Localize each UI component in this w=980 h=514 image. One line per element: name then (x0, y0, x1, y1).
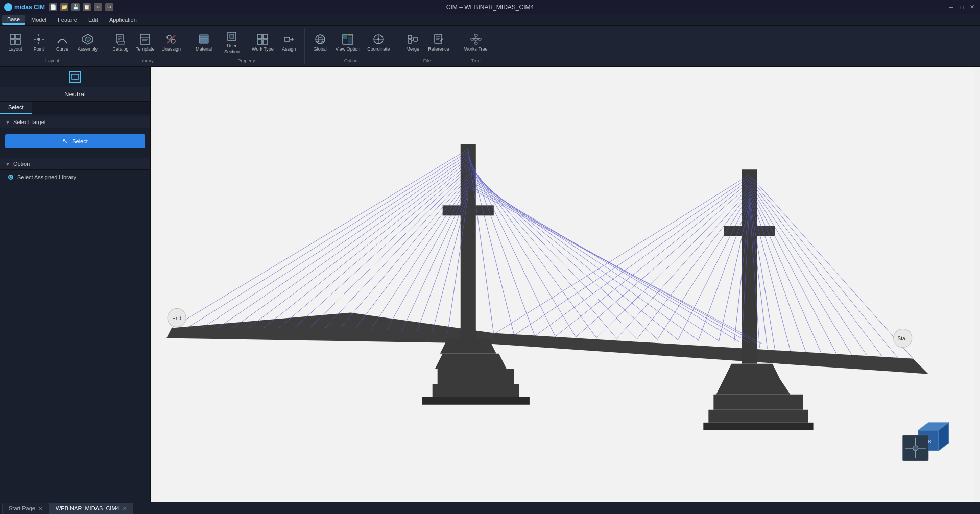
ribbon-group-property-items: Material User Section (193, 28, 300, 57)
tab-webinar-close[interactable]: ✕ (123, 506, 127, 511)
title-bar-left: midas CIM 📄 📁 💾 📋 ↩ ↪ (4, 3, 113, 11)
undo-icon[interactable]: ↩ (94, 3, 102, 11)
tab-start-page[interactable]: Start Page ✕ (2, 503, 49, 514)
svg-rect-31 (257, 40, 262, 44)
open-file-icon[interactable]: 📁 (60, 3, 68, 11)
ribbon-btn-material[interactable]: Material (193, 28, 215, 57)
close-button[interactable]: ✕ (968, 3, 976, 11)
ribbon-btn-template[interactable]: Template (133, 28, 158, 57)
panel-tab-bar: Select (0, 102, 150, 114)
menu-edit[interactable]: Edit (83, 16, 103, 24)
viewport[interactable]: End Sta.. FR (151, 67, 980, 502)
svg-rect-40 (348, 37, 353, 44)
cursor-icon: ↖ (62, 137, 68, 145)
svg-rect-45 (408, 35, 412, 39)
section-label-select-target: Select Target (13, 119, 46, 125)
svg-rect-71 (438, 369, 514, 384)
svg-point-21 (171, 39, 175, 43)
ribbon-btn-reference[interactable]: Reference (425, 28, 452, 57)
section-label-option: Option (13, 161, 30, 167)
tab-webinar[interactable]: WEBINAR_MIDAS_CIM4 ✕ (49, 503, 133, 514)
save-file-icon[interactable]: 💾 (71, 3, 80, 11)
svg-rect-80 (703, 423, 813, 430)
workstree-label: Works Tree (464, 46, 488, 52)
ribbon-btn-global[interactable]: Global (309, 28, 331, 57)
ribbon-btn-curve[interactable]: Curve (51, 28, 74, 57)
ribbon-group-option-items: Global View Option (309, 28, 393, 57)
tab-start-page-close[interactable]: ✕ (38, 506, 42, 511)
ribbon-btn-assign[interactable]: Assign (278, 28, 300, 57)
ribbon-btn-usersection[interactable]: User Section (216, 28, 248, 57)
svg-rect-79 (708, 410, 808, 423)
chevron-down-icon-2: ▼ (5, 161, 10, 167)
global-label: Global (314, 46, 327, 52)
select-button-label: Select (72, 138, 88, 144)
app-name: midas CIM (14, 4, 45, 11)
svg-rect-56 (474, 42, 477, 44)
ribbon-btn-layout[interactable]: Layout (4, 28, 27, 57)
svg-rect-68 (443, 205, 494, 215)
menu-base[interactable]: Base (2, 15, 25, 25)
unassign-label: Unassign (162, 46, 181, 52)
panel-section-select-target: ▼ Select Target ↖ Select (0, 114, 150, 156)
ribbon-group-layout: Layout Point (0, 28, 105, 64)
ribbon-btn-unassign[interactable]: Unassign (159, 28, 184, 57)
svg-rect-2 (10, 40, 15, 44)
ribbon-group-tree: Works Tree Tree (457, 28, 495, 64)
section-header-select-target[interactable]: ▼ Select Target (0, 116, 150, 128)
save-as-icon[interactable]: 📋 (83, 3, 91, 11)
svg-rect-64 (156, 67, 974, 502)
ribbon-btn-workstree[interactable]: Works Tree (461, 28, 491, 57)
merge-icon (407, 33, 419, 45)
svg-rect-52 (474, 34, 477, 36)
svg-rect-73 (422, 397, 530, 405)
maximize-button[interactable]: □ (958, 3, 966, 11)
ribbon-btn-coordinate[interactable]: Coordinate (364, 28, 393, 57)
main-area: Neutral Select ▼ Select Target ↖ Select … (0, 67, 980, 502)
ribbon-btn-catalog[interactable]: Catalog (109, 28, 132, 57)
ribbon-btn-worktype[interactable]: Work Type (249, 28, 277, 57)
menu-model[interactable]: Model (26, 16, 52, 24)
workstree-icon (470, 33, 482, 45)
worktype-label: Work Type (252, 46, 274, 52)
menu-feature[interactable]: Feature (53, 16, 82, 24)
svg-rect-3 (16, 40, 20, 44)
point-label: Point (34, 46, 44, 52)
bridge-canvas: End Sta.. FR (151, 67, 980, 502)
ribbon-btn-assembly[interactable]: Assembly (75, 28, 101, 57)
select-button[interactable]: ↖ Select (5, 134, 145, 148)
title-bar-icons: 📄 📁 💾 📋 ↩ ↪ (49, 3, 113, 11)
radio-select-assigned[interactable] (8, 175, 13, 180)
ribbon-btn-point[interactable]: Point (28, 28, 50, 57)
svg-rect-29 (257, 34, 262, 39)
minimize-button[interactable]: ─ (947, 3, 955, 11)
start-label-group: Sta.. (894, 329, 912, 348)
ribbon-btn-view[interactable]: View Option (332, 28, 363, 57)
svg-point-4 (37, 38, 40, 41)
section-content-option: Select Assigned Library (0, 170, 150, 184)
library-group-label: Library (139, 58, 154, 64)
window-title: CIM – WEBINAR_MIDAS_CIM4 (446, 4, 534, 11)
left-panel: Neutral Select ▼ Select Target ↖ Select … (0, 67, 151, 502)
section-content-select-target: ↖ Select (0, 128, 150, 154)
title-bar: midas CIM 📄 📁 💾 📋 ↩ ↪ CIM – WEBINAR_MIDA… (0, 0, 980, 14)
ribbon-group-layout-items: Layout Point (4, 28, 101, 57)
ribbon-group-library-items: Catalog Template (109, 28, 184, 57)
svg-rect-61 (71, 74, 79, 79)
redo-icon[interactable]: ↪ (105, 3, 113, 11)
svg-rect-78 (713, 395, 803, 410)
new-file-icon[interactable]: 📄 (49, 3, 57, 11)
svg-rect-48 (435, 34, 442, 43)
ribbon-group-file: Merge Reference File (397, 28, 457, 64)
view-icon (342, 33, 354, 45)
tab-select[interactable]: Select (0, 102, 32, 114)
radio-label-select-assigned: Select Assigned Library (17, 174, 76, 180)
assembly-icon (82, 33, 94, 45)
reference-icon (433, 33, 445, 45)
svg-marker-69 (440, 338, 496, 354)
layout-icon (9, 33, 21, 45)
panel-header: Neutral (0, 87, 150, 102)
ribbon-btn-merge[interactable]: Merge (401, 28, 424, 57)
section-header-option[interactable]: ▼ Option (0, 158, 150, 170)
menu-application[interactable]: Application (104, 16, 142, 24)
